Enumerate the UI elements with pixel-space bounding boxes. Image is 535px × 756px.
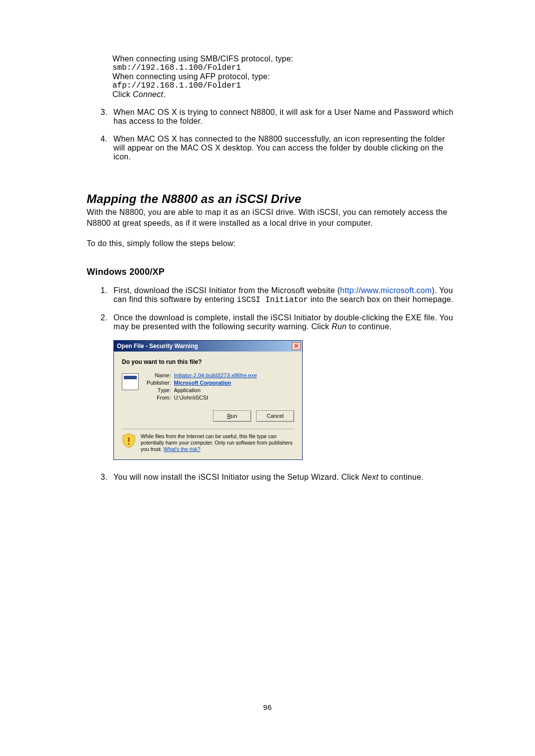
dialog-separator [122, 429, 294, 429]
step1-code: iSCSI Initiator [237, 296, 308, 304]
intro-line3-post: . [163, 90, 166, 99]
section-title-iscsi: Mapping the N8800 as an iSCSI Drive [87, 192, 458, 206]
security-warning-dialog: Open File - Security Warning ✕ Do you wa… [113, 340, 303, 460]
dialog-titlebar: Open File - Security Warning ✕ [114, 341, 302, 352]
from-value: U:\John\iSCSI [174, 395, 257, 401]
page-number: 96 [263, 703, 271, 711]
step-text: First, download the iSCSI Initiator from… [113, 286, 458, 304]
connect-italic: Connect [133, 90, 163, 99]
publisher-value[interactable]: Microsoft Corporation [174, 380, 257, 386]
step-text: When MAC OS X has connected to the N8800… [113, 135, 458, 161]
shield-icon [122, 433, 136, 448]
step-text: When MAC OS X is trying to connect N8800… [113, 108, 458, 126]
dialog-question: Do you want to run this file? [122, 358, 294, 365]
cancel-button[interactable]: Cancel [256, 410, 294, 422]
windows-step-3: 3. You will now install the iSCSI Initia… [101, 473, 458, 482]
dialog-info: Name: Initiator-2.04-build3273-x86fre.ex… [122, 372, 294, 401]
section-followup: To do this, simply follow the steps belo… [87, 238, 458, 249]
step-text: Once the download is complete, install t… [113, 313, 458, 331]
step-number: 2. [101, 313, 113, 331]
name-label: Name: [144, 372, 171, 378]
step-number: 1. [101, 286, 113, 304]
svg-rect-1 [128, 437, 129, 442]
type-value: Application [174, 387, 257, 393]
svg-point-0 [128, 443, 130, 445]
close-icon[interactable]: ✕ [292, 342, 301, 350]
type-label: Type: [144, 387, 171, 393]
step2-post: to continue. [347, 322, 392, 331]
macos-step-4: 4. When MAC OS X has connected to the N8… [101, 135, 458, 161]
step3-post: to continue. [378, 473, 424, 481]
step-number: 4. [101, 135, 113, 161]
whats-the-risk-link[interactable]: What's the risk? [163, 446, 200, 452]
step1-pre: First, download the iSCSI Initiator from… [113, 286, 340, 295]
intro-code2: afp://192.168.1.100/Folder1 [112, 81, 458, 90]
step-number: 3. [101, 108, 113, 126]
intro-line1: When connecting using SMB/CIFS protocol,… [112, 54, 458, 63]
step2-pre: Once the download is complete, install t… [113, 313, 453, 331]
intro-code1: smb://192.168.1.100/Folder1 [112, 63, 458, 72]
step-number: 3. [101, 473, 113, 482]
intro-line3: Click Connect. [112, 90, 458, 99]
next-italic: Next [362, 473, 378, 481]
application-icon [122, 373, 139, 390]
file-info-table: Name: Initiator-2.04-build3273-x86fre.ex… [144, 372, 257, 401]
step1-post: into the search box on their homepage. [308, 295, 454, 303]
publisher-label: Publisher: [144, 380, 171, 386]
intro-block: When connecting using SMB/CIFS protocol,… [112, 54, 458, 99]
dialog-body: Do you want to run this file? Name: Init… [114, 352, 302, 459]
windows-step-2: 2. Once the download is complete, instal… [101, 313, 458, 331]
run-rest: un [231, 413, 237, 419]
warning-text: While files from the Internet can be use… [141, 433, 294, 453]
dialog-buttons: Run Cancel [122, 410, 294, 422]
microsoft-link[interactable]: http://www.microsoft.com [340, 286, 432, 295]
from-label: From: [144, 395, 171, 401]
step-text: You will now install the iSCSI Initiator… [113, 473, 458, 482]
intro-line2: When connecting using AFP protocol, type… [112, 72, 458, 81]
run-button[interactable]: Run [213, 410, 251, 422]
run-italic: Run [331, 322, 346, 331]
macos-step-3: 3. When MAC OS X is trying to connect N8… [101, 108, 458, 126]
section-intro: With the N8800, you are able to map it a… [87, 207, 458, 228]
dialog-warning: While files from the Internet can be use… [122, 433, 294, 453]
subtitle-windows: Windows 2000/XP [87, 267, 458, 277]
dialog-title: Open File - Security Warning [117, 343, 198, 350]
name-value[interactable]: Initiator-2.04-build3273-x86fre.exe [174, 372, 257, 378]
windows-step-1: 1. First, download the iSCSI Initiator f… [101, 286, 458, 304]
step3-pre: You will now install the iSCSI Initiator… [113, 473, 362, 481]
intro-line3-pre: Click [112, 90, 133, 99]
